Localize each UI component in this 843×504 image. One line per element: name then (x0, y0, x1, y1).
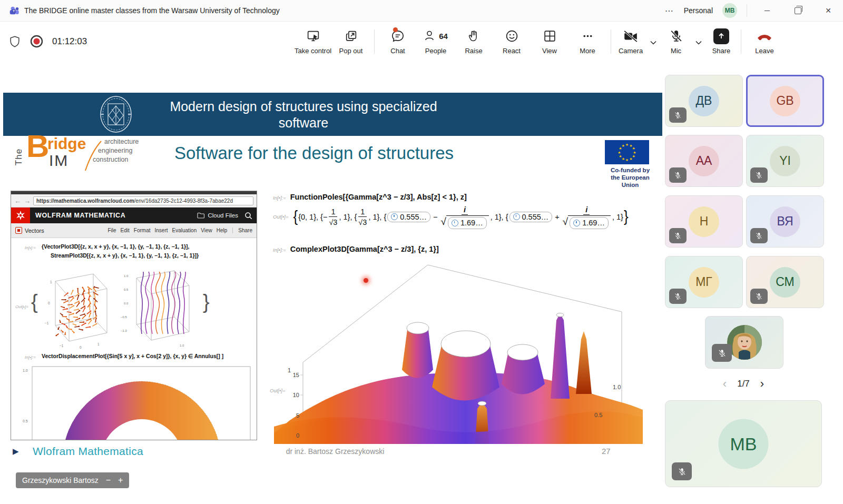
pop-out-icon (344, 29, 358, 43)
participant-tile[interactable]: Н (665, 195, 743, 248)
svg-text:5: 5 (296, 412, 299, 419)
muted-mic-badge (669, 167, 687, 183)
participant-avatar: МГ (689, 267, 719, 298)
mic-off-icon (669, 29, 683, 44)
outer-brace-close: } (623, 207, 629, 226)
camera-options-chevron-icon[interactable] (646, 38, 661, 45)
muted-mic-badge (669, 289, 687, 304)
svg-text:−0.5: −0.5 (121, 315, 128, 319)
expand-button[interactable]: + (118, 476, 123, 485)
participant-avatar: YI (770, 146, 800, 176)
raise-hand-button[interactable]: Raise (455, 28, 493, 55)
toolbar-divider (611, 29, 611, 54)
slide-title: Software for the design of structures (156, 143, 472, 163)
titlebar-overflow-icon[interactable]: ⋯ (665, 6, 674, 16)
fraction-1: 1√3 (329, 207, 337, 228)
svg-text:−1: −1 (45, 321, 49, 325)
close-button[interactable]: ✕ (818, 0, 839, 21)
out-mid-1: , 1}, (339, 213, 352, 221)
pager-next-icon[interactable]: › (760, 377, 764, 391)
mic-label: Mic (671, 47, 681, 55)
svg-text:T: T (13, 9, 15, 13)
notebook-icon (15, 227, 22, 234)
svg-text:0.0: 0.0 (124, 302, 129, 305)
chat-notification-dot (393, 27, 398, 32)
more-label: More (580, 47, 595, 55)
participant-tile[interactable]: AA (665, 135, 743, 187)
self-video-tile[interactable]: MB (665, 400, 822, 487)
out-open-2: {− (320, 213, 327, 221)
participant-tile[interactable]: ДВ (665, 75, 743, 127)
self-avatar: MB (719, 419, 769, 469)
numeric-box-3[interactable]: 0.555… (509, 212, 553, 222)
svg-text:0: 0 (80, 345, 82, 349)
shield-icon (8, 35, 21, 48)
minimize-button[interactable]: ─ (757, 0, 778, 21)
profile-avatar[interactable]: MB (722, 3, 737, 18)
teams-app-icon: T (8, 5, 20, 16)
share-button[interactable]: Share (706, 28, 737, 55)
participant-tile[interactable]: YI (746, 135, 824, 187)
camera-label: Camera (619, 47, 643, 55)
menu-format: Format (134, 228, 151, 233)
slide-banner: Modern design of structures using specia… (3, 93, 662, 136)
mic-button[interactable]: Mic (661, 28, 691, 55)
functionpoles-output-line: Out[•]= { {0, 1}, {− 1√3 , 1}, { 1√3 , 1… (273, 205, 629, 229)
mic-options-chevron-icon[interactable] (691, 38, 706, 45)
share-icon (713, 28, 729, 44)
chat-button[interactable]: Chat (379, 28, 417, 55)
menu-file: File (107, 228, 116, 233)
svg-text:15: 15 (293, 372, 299, 378)
svg-text:1: 1 (288, 367, 291, 373)
take-control-button[interactable]: Take control (294, 28, 332, 55)
pager-prev-icon[interactable]: ‹ (723, 377, 727, 391)
view-button[interactable]: View (531, 28, 568, 55)
numeric-box-4[interactable]: 1.69… (570, 217, 609, 229)
sqrt-radical: √1.69… (440, 215, 488, 229)
outer-brace: { (292, 207, 298, 226)
muted-mic-badge (750, 228, 768, 243)
out-label: Out[•]= (273, 214, 288, 220)
svg-text:1.0: 1.0 (613, 384, 621, 390)
browser-back-icon: ← (14, 197, 21, 204)
muted-mic-badge (750, 167, 768, 183)
collapse-button[interactable]: − (106, 476, 111, 485)
more-button[interactable]: More (568, 28, 606, 55)
chat-icon (390, 29, 405, 44)
numeric-box-1[interactable]: 0.555… (387, 212, 430, 222)
notebook-name: Vectors (25, 228, 103, 234)
participant-tile-active-speaker[interactable]: GB (746, 75, 824, 127)
camera-button[interactable]: Camera (615, 28, 646, 55)
participant-avatar: ДВ (689, 86, 719, 116)
approx-value-icon (452, 220, 458, 226)
camera-off-icon (623, 29, 639, 44)
svg-text:−1: −1 (60, 344, 64, 348)
muted-mic-badge (750, 289, 768, 304)
profile-label[interactable]: Personal (684, 6, 713, 15)
numeric-box-2[interactable]: 1.69… (448, 217, 487, 229)
svg-text:★: ★ (625, 158, 629, 162)
people-button[interactable]: 64 People (417, 28, 455, 55)
browser-nav-bar: ← → https://mathematica.wolframcloud.com… (11, 194, 257, 207)
participant-tile[interactable]: СМ (746, 256, 824, 308)
teams-meeting-window: T The BRIDGE online master classes from … (0, 0, 843, 504)
participant-avatar: ВЯ (770, 206, 800, 237)
meeting-timer: 01:12:03 (52, 36, 87, 47)
eu-funding-block: ★★★★★★★★★★★★ Co-funded by the European U… (605, 140, 655, 189)
participant-tile-video[interactable] (705, 316, 783, 369)
maximize-button[interactable] (787, 0, 808, 21)
bridge-bim-logo: The B ridge IM architecture engineering … (15, 138, 146, 178)
react-button[interactable]: React (493, 28, 531, 55)
leave-button[interactable]: Leave (746, 28, 783, 55)
logo-tag-construction: construction (93, 156, 145, 163)
participant-tile[interactable]: ВЯ (746, 195, 824, 248)
folder-icon (197, 212, 205, 219)
pop-out-button[interactable]: Pop out (332, 28, 370, 55)
out-open-4: { (384, 213, 386, 221)
participant-tile[interactable]: МГ (665, 256, 743, 308)
logo-b: B (26, 131, 49, 162)
people-label: People (425, 47, 446, 55)
output-brace-close: } (203, 291, 210, 313)
share-label: Share (712, 47, 731, 55)
svg-text:★: ★ (619, 154, 622, 158)
